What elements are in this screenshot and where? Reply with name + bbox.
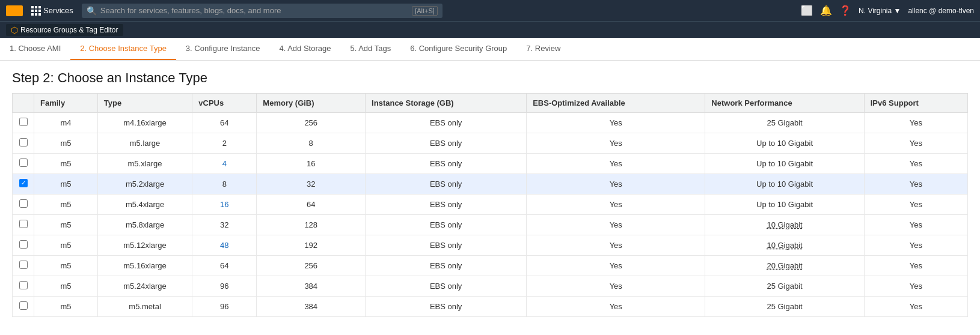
cell-ebs: Yes: [527, 276, 705, 297]
resource-bar: ⬡ Resource Groups & Tag Editor: [0, 21, 980, 38]
row-checkbox[interactable]: [19, 179, 28, 187]
table-row[interactable]: m5m5.4xlarge1664EBS onlyYesUp to 10 Giga…: [13, 195, 968, 215]
col-type: Type: [97, 94, 192, 113]
tab-add-tags[interactable]: 5. Add Tags: [340, 38, 400, 60]
tab-review[interactable]: 7. Review: [516, 38, 570, 60]
row-checkbox-cell[interactable]: [13, 215, 34, 235]
row-checkbox[interactable]: [19, 158, 28, 167]
table-row[interactable]: m4m4.16xlarge64256EBS onlyYes25 GigabitY…: [13, 113, 968, 133]
row-checkbox-cell[interactable]: [13, 235, 34, 256]
cell-ebs: Yes: [527, 113, 705, 133]
cell-storage: EBS only: [366, 174, 527, 195]
cell-memory: 16: [257, 154, 366, 174]
tab-choose-instance-type[interactable]: 2. Choose Instance Type: [70, 38, 176, 60]
row-checkbox[interactable]: [19, 199, 28, 208]
table-row[interactable]: m5m5.24xlarge96384EBS onlyYes25 GigabitY…: [13, 276, 968, 297]
cell-ebs: Yes: [527, 154, 705, 174]
cell-vcpus[interactable]: 16: [192, 195, 257, 215]
region-selector[interactable]: N. Virginia ▼: [859, 7, 901, 15]
cell-family: m5: [34, 256, 98, 276]
row-checkbox[interactable]: [19, 138, 28, 146]
table-row[interactable]: m5m5.xlarge416EBS onlyYesUp to 10 Gigabi…: [13, 154, 968, 174]
col-memory: Memory (GiB): [257, 94, 366, 113]
cell-family: m5: [34, 133, 98, 154]
cell-memory: 32: [257, 174, 366, 195]
cell-ipv6: Yes: [864, 276, 967, 297]
table-row[interactable]: m5m5.2xlarge832EBS onlyYesUp to 10 Gigab…: [13, 174, 968, 195]
row-checkbox[interactable]: [19, 301, 28, 310]
cell-family: m5: [34, 154, 98, 174]
main-content: Step 2: Choose an Instance Type Family T…: [0, 61, 980, 327]
cell-vcpus: 64: [192, 113, 257, 133]
vcpu-link[interactable]: 4: [222, 159, 227, 168]
table-row[interactable]: m5m5.16xlarge64256EBS onlyYes20 GigabitY…: [13, 256, 968, 276]
aws-svg-icon: aws: [8, 7, 21, 15]
row-checkbox-cell[interactable]: [13, 133, 34, 154]
table-row[interactable]: m5m5.metal96384EBS onlyYes25 GigabitYes: [13, 297, 968, 317]
table-row[interactable]: m5m5.large28EBS onlyYesUp to 10 GigabitY…: [13, 133, 968, 154]
navbar: aws Services 🔍 [Alt+S] ⬜ 🔔 ❓ N. Virginia…: [0, 0, 980, 21]
row-checkbox[interactable]: [19, 118, 28, 126]
row-checkbox[interactable]: [19, 220, 28, 228]
help-icon[interactable]: ❓: [839, 5, 851, 16]
cell-type: m4.16xlarge: [97, 113, 192, 133]
cell-type: m5.4xlarge: [97, 195, 192, 215]
table-row[interactable]: m5m5.12xlarge48192EBS onlyYes10 GigabitY…: [13, 235, 968, 256]
col-ipv6: IPv6 Support: [864, 94, 967, 113]
cell-family: m5: [34, 276, 98, 297]
cell-ipv6: Yes: [864, 256, 967, 276]
cell-memory: 64: [257, 195, 366, 215]
cell-ipv6: Yes: [864, 113, 967, 133]
row-checkbox-cell[interactable]: [13, 195, 34, 215]
cell-network: Up to 10 Gigabit: [705, 195, 864, 215]
col-family: Family: [34, 94, 98, 113]
row-checkbox-cell[interactable]: [13, 276, 34, 297]
terminal-icon[interactable]: ⬜: [801, 5, 813, 16]
services-label: Services: [43, 6, 73, 15]
cell-type: m5.16xlarge: [97, 256, 192, 276]
cell-network: Up to 10 Gigabit: [705, 174, 864, 195]
cell-ebs: Yes: [527, 195, 705, 215]
cell-memory: 256: [257, 256, 366, 276]
tab-add-storage[interactable]: 4. Add Storage: [269, 38, 340, 60]
col-ebs: EBS-Optimized Available: [527, 94, 705, 113]
cell-ipv6: Yes: [864, 297, 967, 317]
row-checkbox-cell[interactable]: [13, 113, 34, 133]
row-checkbox[interactable]: [19, 261, 28, 269]
cell-family: m5: [34, 235, 98, 256]
user-menu[interactable]: allenc @ demo-tlven: [908, 7, 974, 15]
cell-network: Up to 10 Gigabit: [705, 154, 864, 174]
row-checkbox-cell[interactable]: [13, 174, 34, 195]
vcpu-link[interactable]: 16: [220, 200, 228, 209]
cell-vcpus[interactable]: 4: [192, 154, 257, 174]
vcpu-link[interactable]: 48: [220, 241, 228, 250]
table-row[interactable]: m5m5.8xlarge32128EBS onlyYes10 GigabitYe…: [13, 215, 968, 235]
aws-logo-box: aws: [6, 5, 23, 16]
search-input[interactable]: [100, 6, 408, 15]
search-bar[interactable]: 🔍 [Alt+S]: [82, 4, 443, 18]
row-checkbox-cell[interactable]: [13, 297, 34, 317]
aws-logo[interactable]: aws: [6, 5, 23, 16]
cell-type: m5.12xlarge: [97, 235, 192, 256]
cell-family: m5: [34, 297, 98, 317]
cell-storage: EBS only: [366, 195, 527, 215]
row-checkbox-cell[interactable]: [13, 154, 34, 174]
bell-icon[interactable]: 🔔: [820, 5, 832, 16]
row-checkbox[interactable]: [19, 281, 28, 289]
cell-family: m5: [34, 215, 98, 235]
resource-groups-button[interactable]: ⬡ Resource Groups & Tag Editor: [6, 24, 123, 36]
cell-ebs: Yes: [527, 297, 705, 317]
instance-table: Family Type vCPUs Memory (GiB) Instance …: [12, 93, 968, 317]
cell-memory: 256: [257, 113, 366, 133]
tab-choose-ami[interactable]: 1. Choose AMI: [0, 38, 70, 60]
resource-icon: ⬡: [11, 25, 18, 35]
cell-vcpus[interactable]: 48: [192, 235, 257, 256]
tab-configure-security-group[interactable]: 6. Configure Security Group: [400, 38, 516, 60]
row-checkbox-cell[interactable]: [13, 256, 34, 276]
cell-network: 25 Gigabit: [705, 297, 864, 317]
cell-storage: EBS only: [366, 256, 527, 276]
tab-configure-instance[interactable]: 3. Configure Instance: [176, 38, 270, 60]
row-checkbox[interactable]: [19, 240, 28, 249]
cell-storage: EBS only: [366, 154, 527, 174]
services-menu[interactable]: Services: [28, 6, 77, 16]
